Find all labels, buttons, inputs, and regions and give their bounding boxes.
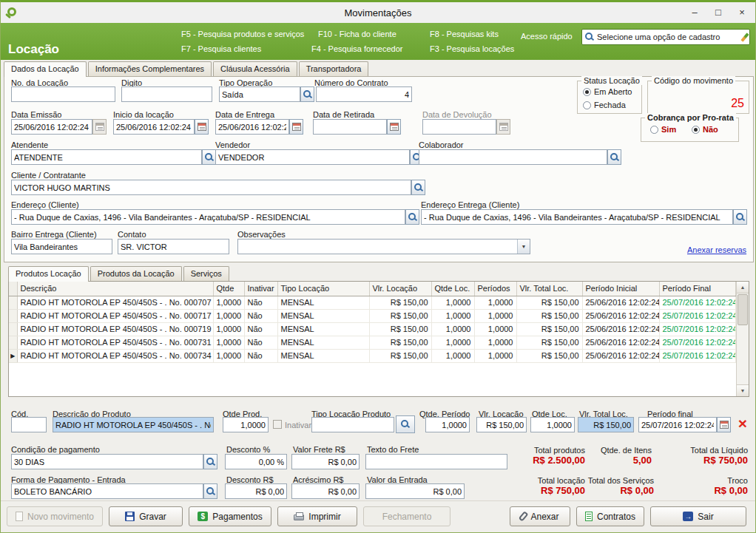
grid-cell[interactable]: RADIO HT MOTOROLA EP 450/450S - . No. 00…: [17, 296, 213, 309]
endereco-entrega-input[interactable]: [421, 209, 733, 225]
remove-item-button[interactable]: ×: [735, 415, 751, 432]
colaborador-input[interactable]: [419, 149, 607, 165]
grid-row[interactable]: RADIO HT MOTOROLA EP 450/450S - . No. 00…: [9, 296, 736, 309]
prorata-sim-radio[interactable]: Sim: [650, 125, 676, 134]
tab-produtos-locacao[interactable]: Produtos Locação: [8, 266, 89, 282]
tipo-locacao-produto-input[interactable]: [311, 417, 394, 432]
grid-cell[interactable]: 1,0000: [474, 309, 516, 322]
qtde-prod-input[interactable]: [223, 417, 269, 432]
grid-cell[interactable]: MENSAL: [277, 296, 369, 309]
scrollbar-thumb[interactable]: [738, 294, 748, 325]
tab-informacoes-complementares[interactable]: Informações Complementares: [88, 61, 212, 76]
desconto-pct-input[interactable]: [225, 454, 287, 469]
prorata-nao-radio[interactable]: Não: [692, 125, 718, 134]
grid-cell[interactable]: 25/06/2016 12:02:24: [582, 336, 659, 349]
condicao-pagamento-search-button[interactable]: [203, 454, 217, 469]
digito-input[interactable]: [121, 86, 212, 102]
column-header-inativar[interactable]: Inativar: [244, 282, 277, 296]
atendente-search-button[interactable]: [202, 149, 216, 165]
vlr-total-loc-input[interactable]: [578, 417, 634, 432]
tab-servicos[interactable]: Serviços: [183, 266, 229, 281]
grid-cell[interactable]: R$ 150,00: [369, 309, 431, 322]
data-emissao-input[interactable]: [11, 119, 92, 135]
grid-cell[interactable]: 1,0000: [431, 336, 474, 349]
grid-cell[interactable]: 1,0000: [474, 322, 516, 336]
chevron-down-icon[interactable]: ▼: [517, 240, 530, 254]
valor-entrada-input[interactable]: [365, 483, 465, 499]
column-header-periodos[interactable]: Períodos: [474, 282, 516, 296]
vlr-locacao-input[interactable]: [476, 417, 527, 432]
colaborador-search-button[interactable]: [607, 149, 621, 165]
vertical-scrollbar[interactable]: ▲ ▼: [736, 282, 749, 396]
vendedor-input[interactable]: [215, 149, 410, 165]
tab-produtos-da-locacao[interactable]: Produtos da Locação: [90, 266, 182, 281]
grid-cell[interactable]: MENSAL: [277, 309, 369, 322]
status-em-aberto-radio[interactable]: Em Aberto: [583, 87, 632, 96]
forma-pagamento-search-button[interactable]: [203, 483, 217, 499]
edit-pencil-icon[interactable]: [740, 33, 749, 42]
shortcut-f10[interactable]: F10 - Ficha do cliente: [318, 30, 396, 38]
shortcut-f8[interactable]: F8 - Pesquisas kits: [430, 30, 499, 38]
endereco-entrega-search-button[interactable]: [733, 209, 747, 225]
column-header-periodo-final[interactable]: Período Final: [659, 282, 736, 296]
grid-cell[interactable]: R$ 150,00: [369, 349, 431, 362]
shortcut-f7[interactable]: F7 - Pesquisa clientes: [181, 44, 261, 53]
close-button[interactable]: ×: [730, 2, 754, 21]
grid-cell[interactable]: Não: [244, 296, 277, 309]
quick-access-combobox[interactable]: Selecione uma opção de cadastro: [581, 29, 750, 45]
tab-clausula-acessoria[interactable]: Cláusula Acessória: [213, 61, 297, 76]
observacoes-combobox[interactable]: ▼: [237, 239, 530, 254]
periodo-final-calendar-button[interactable]: [717, 417, 731, 432]
tab-transportadora[interactable]: Transportadora: [299, 61, 369, 76]
grid-cell[interactable]: RADIO HT MOTOROLA EP 450/450S - . No. 00…: [17, 336, 213, 349]
qtde-periodo-input[interactable]: [425, 417, 470, 432]
cod-input[interactable]: [11, 417, 47, 432]
pagamentos-button[interactable]: Pagamentos: [189, 506, 271, 526]
forma-pagamento-input[interactable]: [11, 483, 203, 499]
grid-cell[interactable]: 1,0000: [213, 309, 244, 322]
anexar-button[interactable]: Anexar: [510, 506, 570, 526]
periodo-final-input[interactable]: [638, 417, 717, 432]
imprimir-button[interactable]: Imprimir: [277, 506, 357, 526]
minimize-button[interactable]: –: [683, 2, 706, 21]
grid-row[interactable]: RADIO HT MOTOROLA EP 450/450S - . No. 00…: [9, 322, 736, 336]
grid-cell[interactable]: Não: [244, 309, 277, 322]
grid-cell[interactable]: RADIO HT MOTOROLA EP 450/450S - . No. 00…: [17, 309, 213, 322]
inicio-locacao-input[interactable]: [113, 119, 195, 135]
no-locacao-input[interactable]: [11, 86, 115, 102]
inicio-locacao-calendar-button[interactable]: [195, 119, 209, 135]
numero-contrato-input[interactable]: [316, 86, 412, 102]
grid-cell[interactable]: MENSAL: [277, 322, 369, 336]
column-header-qtde[interactable]: Qtde: [213, 282, 244, 296]
grid-cell[interactable]: 1,0000: [431, 322, 474, 336]
tipo-locacao-produto-search-button[interactable]: [396, 415, 415, 433]
endereco-search-button[interactable]: [405, 209, 419, 225]
desconto-rs-input[interactable]: [225, 483, 287, 499]
grid-cell[interactable]: 1,0000: [213, 349, 244, 362]
grid-row[interactable]: RADIO HT MOTOROLA EP 450/450S - . No. 00…: [9, 309, 736, 322]
grid-cell[interactable]: 25/07/2016 12:02:24: [659, 349, 736, 362]
grid-cell[interactable]: 25/06/2016 12:02:24: [582, 349, 659, 362]
grid-cell[interactable]: 1,0000: [213, 296, 244, 309]
tab-dados-da-locacao[interactable]: Dados da Locação: [4, 61, 87, 77]
qtde-loc-input[interactable]: [530, 417, 575, 432]
maximize-button[interactable]: □: [706, 2, 730, 21]
acrescimo-rs-input[interactable]: [291, 483, 360, 499]
grid-cell[interactable]: Não: [244, 349, 277, 362]
grid-cell[interactable]: MENSAL: [277, 336, 369, 349]
condicao-pagamento-input[interactable]: [11, 454, 203, 469]
grid-cell[interactable]: 1,0000: [431, 309, 474, 322]
column-header-vlr-locacao[interactable]: Vlr. Locação: [369, 282, 431, 296]
grid-cell[interactable]: 1,0000: [213, 336, 244, 349]
grid-cell[interactable]: 1,0000: [474, 349, 516, 362]
tipo-operacao-input[interactable]: [219, 86, 300, 102]
grid-cell[interactable]: 1,0000: [474, 336, 516, 349]
grid-cell[interactable]: R$ 150,00: [516, 336, 582, 349]
grid-cell[interactable]: R$ 150,00: [516, 322, 582, 336]
column-header-tipo-locacao[interactable]: Tipo Locação: [277, 282, 369, 296]
shortcut-f5[interactable]: F5 - Pesquisa produtos e serviços: [181, 30, 304, 38]
column-header-periodo-inicial[interactable]: Período Inicial: [582, 282, 659, 296]
gravar-button[interactable]: Gravar: [109, 506, 183, 526]
grid-cell[interactable]: 25/06/2016 12:02:24: [582, 296, 659, 309]
tipo-operacao-search-button[interactable]: [300, 86, 314, 102]
